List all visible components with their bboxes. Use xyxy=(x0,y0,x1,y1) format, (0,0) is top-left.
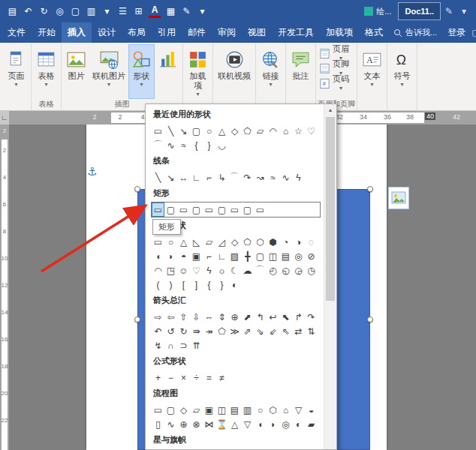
shape-item[interactable]: ↯ xyxy=(152,338,164,352)
shape-item[interactable]: ⬠ xyxy=(215,324,228,338)
shape-item[interactable]: △ xyxy=(215,124,228,138)
shape-item[interactable]: ◡ xyxy=(215,138,228,152)
shape-item[interactable]: ♡ xyxy=(305,124,318,138)
tab-home[interactable]: 开始 xyxy=(32,22,62,43)
shape-item[interactable]: ▢ xyxy=(164,403,177,417)
new-doc-icon[interactable]: ▢ xyxy=(68,3,83,20)
borders-icon[interactable]: ▦ xyxy=(163,3,179,20)
shape-item[interactable]: ◖ xyxy=(152,249,164,263)
shape-item[interactable]: ↱ xyxy=(292,310,305,324)
shapes-menu-scrollbar[interactable]: ▲ xyxy=(324,104,336,449)
shape-item[interactable]: ≈ xyxy=(177,138,190,152)
tab-insert[interactable]: 插入 xyxy=(62,22,92,43)
shape-item[interactable]: ⇨ xyxy=(152,310,164,324)
shape-item[interactable]: ↔ xyxy=(177,170,190,184)
shape-item[interactable]: ▯ xyxy=(152,417,164,431)
shape-item[interactable]: ⊕ xyxy=(228,310,241,324)
shape-item[interactable]: ◐ xyxy=(228,278,241,292)
shape-item[interactable]: ⇗ xyxy=(241,324,254,338)
shape-item[interactable]: ↻ xyxy=(177,324,190,338)
tab-file[interactable]: 文件 xyxy=(2,22,32,43)
shape-handle-mid-right[interactable] xyxy=(367,316,373,322)
shape-item[interactable]: ▭ xyxy=(152,235,164,249)
table-button[interactable]: 表格▾ xyxy=(33,44,59,99)
shape-item[interactable]: ▽ xyxy=(241,417,254,431)
shape-item[interactable]: ◠ xyxy=(267,124,279,138)
shape-item[interactable]: { xyxy=(203,278,215,292)
shape-item[interactable]: ⇄ xyxy=(292,324,305,338)
tab-review[interactable]: 审阅 xyxy=(212,22,242,43)
shape-item[interactable]: ◇ xyxy=(177,403,190,417)
shape-item[interactable]: ≈ xyxy=(267,170,279,184)
shape-item[interactable]: = xyxy=(203,370,215,385)
scrollbar-thumb[interactable] xyxy=(326,117,335,301)
shape-item[interactable]: ▣ xyxy=(203,403,215,417)
tab-addins[interactable]: 加载项 xyxy=(320,22,359,43)
ink-icon[interactable]: ✎ xyxy=(441,6,456,16)
shape-item[interactable]: ▭ xyxy=(228,202,241,217)
shape-item[interactable]: ☾ xyxy=(228,263,241,278)
shape-item[interactable]: ◿ xyxy=(215,235,228,249)
margin-picture-indicator[interactable] xyxy=(388,187,409,209)
shape-item[interactable]: ○ xyxy=(164,235,177,249)
shape-item[interactable]: ⌒ xyxy=(254,263,267,278)
shape-item[interactable]: ▽ xyxy=(292,403,305,417)
shape-item[interactable]: ◺ xyxy=(190,235,203,249)
shape-item[interactable]: ▢ xyxy=(215,202,228,217)
shape-item[interactable]: ⇕ xyxy=(215,310,228,324)
shape-item[interactable]: ⇖ xyxy=(279,324,292,338)
shape-item[interactable]: ∟ xyxy=(215,249,228,263)
shape-item[interactable]: ▱ xyxy=(203,235,215,249)
shape-item[interactable]: ▣ xyxy=(190,249,203,263)
shape-item[interactable]: ◔ xyxy=(279,235,292,249)
tab-selector[interactable]: ∟ xyxy=(0,111,9,124)
share-icon[interactable]: ▢ xyxy=(471,22,476,43)
draw-table-icon[interactable]: ✎ xyxy=(179,3,194,20)
shape-item[interactable]: ▭ xyxy=(203,202,215,217)
scroll-up-icon[interactable]: ▲ xyxy=(324,104,336,116)
tab-mailings[interactable]: 邮件 xyxy=(182,22,212,43)
shape-item[interactable]: [ xyxy=(177,278,190,292)
shape-item[interactable]: ⊃ xyxy=(177,338,190,352)
shape-item[interactable]: ⇛ xyxy=(190,324,203,338)
shape-item[interactable]: △ xyxy=(177,235,190,249)
shape-item[interactable]: ⇔ xyxy=(203,310,215,324)
redo-icon[interactable]: ↻ xyxy=(36,3,52,20)
shape-item[interactable]: ▥ xyxy=(241,403,254,417)
tab-design[interactable]: 设计 xyxy=(92,22,122,43)
shape-item[interactable]: ◇ xyxy=(228,124,241,138)
shape-item[interactable]: ◷ xyxy=(305,263,318,278)
shape-item[interactable]: ▭ xyxy=(177,202,190,217)
get-addins-button[interactable]: 加载项▾ xyxy=(185,44,211,99)
more-commands-icon[interactable]: ▾ xyxy=(194,3,210,20)
shapes-button[interactable]: 形状▾ xyxy=(128,44,155,99)
shape-item[interactable]: ☺ xyxy=(177,263,190,278)
shape-item[interactable]: ◇ xyxy=(228,235,241,249)
shape-item[interactable]: ⬉ xyxy=(279,310,292,324)
shape-item[interactable]: ▢ xyxy=(254,249,267,263)
shape-item[interactable]: ╋ xyxy=(241,249,254,263)
shape-item[interactable]: ≠ xyxy=(215,370,228,385)
shape-item[interactable]: ⌛ xyxy=(215,417,228,431)
shape-item[interactable]: ( xyxy=(152,278,164,292)
shape-item[interactable]: ◠ xyxy=(152,263,164,278)
shape-item[interactable]: ◴ xyxy=(267,263,279,278)
shape-item[interactable]: ⊘ xyxy=(305,249,318,263)
shape-item[interactable]: ▢ xyxy=(241,202,254,217)
shape-item[interactable]: ] xyxy=(190,278,203,292)
shape-handle-mid-left[interactable] xyxy=(134,316,140,322)
shape-item[interactable]: ≫ xyxy=(228,324,241,338)
shape-item[interactable]: ◎ xyxy=(279,417,292,431)
font-color-icon[interactable]: A xyxy=(149,5,161,18)
symbol-button[interactable]: Ω符号▾ xyxy=(389,44,415,99)
shape-item[interactable]: ⌒ xyxy=(152,138,164,152)
shape-item[interactable]: ⋈ xyxy=(203,417,215,431)
shape-item[interactable]: ♡ xyxy=(190,263,203,278)
shape-item[interactable]: ◫ xyxy=(267,249,279,263)
shape-item[interactable]: △ xyxy=(228,417,241,431)
shape-item[interactable]: ○ xyxy=(254,403,267,417)
shape-item[interactable]: + xyxy=(152,370,164,385)
document-title-tab[interactable]: Doc11.. xyxy=(398,2,441,20)
shape-item[interactable]: ⬠ xyxy=(241,124,254,138)
comment-button[interactable]: 批注 xyxy=(288,44,314,99)
